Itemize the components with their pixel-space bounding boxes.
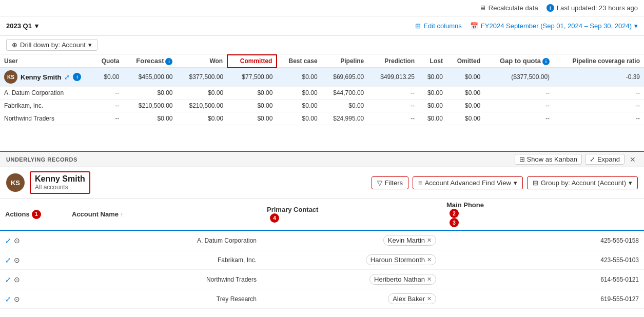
badge-1: 1	[32, 210, 41, 219]
remove-contact-icon[interactable]: ✕	[427, 295, 432, 302]
table-cell: $499,013.25	[368, 68, 419, 87]
kanban-icon: ⊞	[519, 155, 525, 163]
advanced-find-icon: ≡	[418, 179, 422, 187]
more-options-icon[interactable]: ⊙	[14, 295, 20, 303]
drill-label: Drill down by: Account	[20, 41, 86, 49]
underlying-title: UNDERLYING RECORDS	[6, 156, 77, 163]
table-cell: $44,700.00	[322, 87, 368, 100]
table-cell: --	[368, 87, 419, 100]
user-cell: Northwind Traders	[0, 112, 92, 125]
advanced-find-button[interactable]: ≡ Account Advanced Find View ▾	[413, 176, 523, 189]
open-record-icon[interactable]: ⤢	[5, 236, 11, 245]
table-cell: $69,695.00	[322, 68, 368, 87]
open-record-icon[interactable]: ⤢	[5, 295, 11, 303]
drill-down-button[interactable]: ⊕ Drill down by: Account ▾	[6, 39, 97, 51]
more-options-icon[interactable]: ⊙	[14, 236, 20, 245]
advanced-find-label: Account Advanced Find View	[425, 179, 511, 187]
header-row: 2023 Q1 ▾ ⊞ Edit columns 📅 FY2024 Septem…	[0, 16, 644, 36]
ks-right: ▽ Filters ≡ Account Advanced Find View ▾…	[372, 176, 638, 189]
last-updated-item: i Last updated: 23 hours ago	[547, 4, 638, 12]
forecast-info-icon[interactable]: i	[165, 58, 172, 65]
kenny-smith-panel: KS Kenny Smith All accounts ▽ Filters ≡ …	[0, 167, 644, 199]
open-record-icon[interactable]: ⤢	[5, 275, 11, 284]
quarter-chevron: ▾	[35, 22, 38, 30]
edit-columns-label: Edit columns	[423, 22, 461, 30]
table-cell: --	[368, 100, 419, 112]
table-cell: --	[554, 87, 644, 100]
top-bar: 🖥 Recalculate data i Last updated: 23 ho…	[0, 0, 644, 16]
recalculate-item[interactable]: 🖥 Recalculate data	[479, 4, 538, 12]
table-cell: $210,500.00	[177, 100, 227, 112]
contact-tag: Kevin Martin✕	[383, 235, 436, 246]
remove-contact-icon[interactable]: ✕	[427, 276, 432, 283]
close-underlying-button[interactable]: ✕	[628, 155, 638, 164]
col-primary-contact-header: Primary Contact 4	[262, 199, 441, 230]
table-cell: --	[484, 87, 554, 100]
actions-cell: ⤢⊙	[0, 289, 67, 309]
col-gap-to-quota: Gap to quotai	[484, 55, 554, 68]
expand-icon[interactable]: ⤢	[64, 73, 70, 81]
table-cell: $0.00	[447, 87, 484, 100]
show-kanban-button[interactable]: ⊞ Show as Kanban	[515, 154, 582, 165]
remove-contact-icon[interactable]: ✕	[427, 256, 432, 263]
ks-initials: KS	[11, 179, 20, 187]
contact-tag: Haroun Stormonth✕	[366, 254, 436, 265]
primary-contact-cell: Kevin Martin✕	[262, 230, 441, 250]
contact-tag: Heriberto Nathan✕	[369, 274, 436, 285]
table-cell: $0.00	[177, 87, 227, 100]
quarter-title[interactable]: 2023 Q1 ▾	[6, 22, 38, 30]
group-by-chevron: ▾	[629, 179, 632, 187]
sort-up-icon[interactable]: ↑	[120, 211, 123, 217]
ks-avatar: KS	[6, 173, 25, 192]
table-row: KSKenny Smith⤢i$0.00$455,000.00$377,500.…	[0, 68, 644, 87]
account-name-cell: Trey Research	[67, 289, 262, 309]
table-cell: $0.00	[277, 112, 321, 125]
table-cell: $0.00	[123, 112, 177, 125]
table-cell: $0.00	[322, 100, 368, 112]
kenny-avatar: KS	[4, 70, 17, 84]
table-cell: $0.00	[123, 87, 177, 100]
badge-4: 4	[270, 213, 279, 223]
table-cell: $24,995.00	[322, 112, 368, 125]
calendar-icon: 📅	[470, 22, 478, 30]
filters-button[interactable]: ▽ Filters	[372, 176, 408, 189]
edit-columns-button[interactable]: ⊞ Edit columns	[415, 22, 461, 30]
more-options-icon[interactable]: ⊙	[14, 256, 20, 264]
edit-columns-icon: ⊞	[415, 22, 421, 30]
table-cell: $0.00	[419, 100, 447, 112]
table-cell: $455,000.00	[123, 68, 177, 87]
table-cell: $0.00	[227, 87, 277, 100]
table-row: Northwind Traders--$0.00$0.00$0.00$0.00$…	[0, 112, 644, 125]
user-cell: A. Datum Corporation	[0, 87, 92, 100]
table-cell: --	[92, 87, 123, 100]
remove-contact-icon[interactable]: ✕	[427, 237, 432, 244]
col-committed: Committed	[227, 55, 277, 68]
info-badge[interactable]: i	[73, 73, 81, 81]
group-by-button[interactable]: ⊟ Group by: Account (Account) ▾	[527, 176, 638, 189]
actions-cell: ⤢⊙	[0, 270, 67, 289]
expand-icon: ⤢	[590, 155, 595, 163]
open-record-icon[interactable]: ⤢	[5, 256, 11, 264]
main-table: User Quota Forecasti Won Committed Best …	[0, 54, 644, 152]
user-cell: Fabrikam, Inc.	[0, 100, 92, 112]
phone-cell: 614-555-0121	[441, 270, 644, 289]
phone-cell: 425-555-0158	[441, 230, 644, 250]
user-cell: KSKenny Smith⤢i	[0, 68, 92, 87]
ks-name: Kenny Smith	[35, 174, 85, 184]
col-forecast: Forecasti	[123, 55, 177, 68]
col-best-case: Best case	[277, 55, 321, 68]
header-actions: ⊞ Edit columns 📅 FY2024 September (Sep 0…	[415, 22, 638, 30]
table-cell: --	[92, 112, 123, 125]
gap-info-icon[interactable]: i	[542, 58, 550, 65]
group-by-label: Group by: Account (Account)	[541, 179, 626, 187]
expand-button[interactable]: ⤢ Expand	[585, 154, 625, 165]
period-selector[interactable]: 📅 FY2024 September (Sep 01, 2024 – Sep 3…	[470, 22, 638, 30]
more-options-icon[interactable]: ⊙	[14, 275, 20, 284]
phone-cell: 423-555-0103	[441, 250, 644, 270]
col-actions-header: Actions 1	[0, 199, 67, 230]
col-pipeline: Pipeline	[322, 55, 368, 68]
table-cell: $0.00	[277, 100, 321, 112]
account-name-cell: Northwind Traders	[67, 270, 262, 289]
badge-2: 2	[450, 209, 459, 218]
list-item: ⤢⊙Fabrikam, Inc.Haroun Stormonth✕423-555…	[0, 250, 644, 270]
